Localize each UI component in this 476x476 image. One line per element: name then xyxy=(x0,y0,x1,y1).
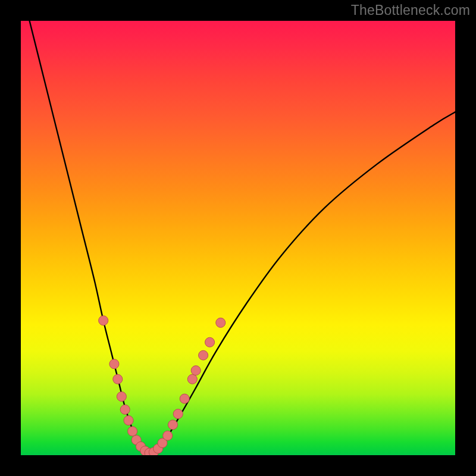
chart-frame: TheBottleneck.com xyxy=(0,0,476,476)
watermark-text: TheBottleneck.com xyxy=(351,2,470,18)
gradient-plot-area xyxy=(21,21,455,455)
